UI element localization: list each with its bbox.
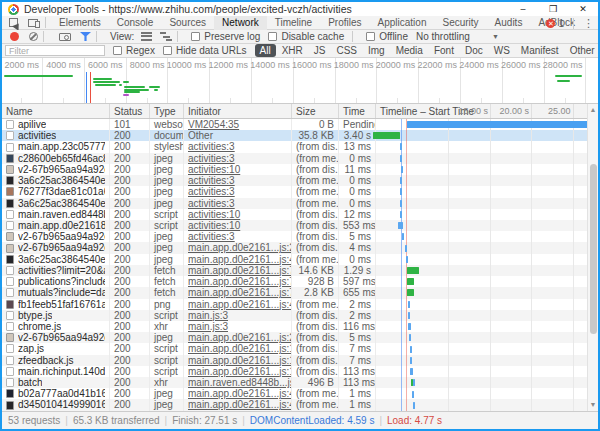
tab-console[interactable]: Console xyxy=(109,16,162,30)
column-header-time[interactable]: Time xyxy=(339,104,376,118)
offline-checkbox[interactable] xyxy=(366,32,375,41)
table-row[interactable]: btype.js200scriptmain.js:3(from dis...2 … xyxy=(2,310,588,321)
initiator-link[interactable]: activities:3 xyxy=(188,175,235,186)
initiator-link[interactable]: activities:10 xyxy=(188,164,240,175)
column-header-name[interactable]: Name xyxy=(2,104,110,118)
initiator-link[interactable]: activities:3 xyxy=(188,186,235,197)
initiator-link[interactable]: activities:10 xyxy=(188,220,240,231)
table-row[interactable]: fb1feeb51faf16761ac4c0b09b...200pngmain.… xyxy=(2,299,588,310)
initiator-link[interactable]: main.app.d0e2161...js:4 xyxy=(188,254,292,265)
table-row[interactable]: main.app.23c057772678e040e...200styleshe… xyxy=(2,141,588,152)
table-row[interactable]: v2-67b965aa94a92ed49b1a42...200jpegmain.… xyxy=(2,242,588,253)
tab-timeline[interactable]: Timeline xyxy=(267,16,320,30)
initiator-link[interactable]: activities:3 xyxy=(188,141,235,152)
clear-icon[interactable] xyxy=(29,32,38,41)
tab-security[interactable]: Security xyxy=(434,16,486,30)
record-icon[interactable] xyxy=(10,32,19,41)
table-row[interactable]: main.app.d0e21618e776ff3e8...200scriptac… xyxy=(2,220,588,231)
scroll-up-icon[interactable]: ▲ xyxy=(588,104,598,116)
table-row[interactable]: c28600eb65fd46ac8684d6a69...200jpegactiv… xyxy=(2,153,588,164)
more-options-icon[interactable]: ⋮ xyxy=(583,17,594,30)
table-row[interactable]: main.richinput.140da09f67a61...200script… xyxy=(2,366,588,377)
initiator-link[interactable]: main.app.d0e2161...js:23 xyxy=(188,242,292,253)
initiator-link[interactable]: main.app.d0e2161...js:7 xyxy=(188,265,292,276)
initiator-link[interactable]: main.app.d0e2161...js:4 xyxy=(188,388,292,399)
scrollbar-thumb[interactable] xyxy=(590,164,597,334)
table-row[interactable]: 76277f3dae81c01a6c9e9eded...200jpegactiv… xyxy=(2,186,588,197)
table-row[interactable]: activities?limit=20&after_id=1...200fetc… xyxy=(2,265,588,276)
disable-cache-checkbox[interactable] xyxy=(268,32,277,41)
initiator-link[interactable]: activities:3 xyxy=(188,231,235,242)
tab-audits[interactable]: Audits xyxy=(487,16,531,30)
initiator-link[interactable]: main.js:3 xyxy=(188,310,228,321)
throttling-select[interactable]: No throttling xyxy=(416,31,470,42)
hide-data-urls-checkbox[interactable] xyxy=(163,46,172,55)
initiator-link[interactable]: main.raven.ed8448b...js:1 xyxy=(188,377,292,388)
column-header-size[interactable]: Size xyxy=(292,104,339,118)
initiator-link[interactable]: activities:3 xyxy=(188,198,235,209)
filter-type-manifest[interactable]: Manifest xyxy=(516,44,564,57)
table-row[interactable]: v2-67b965aa94a92ed49b1a42...200jpegactiv… xyxy=(2,231,588,242)
filter-type-other[interactable]: Other xyxy=(565,44,600,57)
filter-type-doc[interactable]: Doc xyxy=(460,44,488,57)
initiator-link[interactable]: activities:3 xyxy=(188,153,235,164)
table-row[interactable]: activities200documentOther35.8 KB3.40 s xyxy=(2,130,588,141)
filter-type-css[interactable]: CSS xyxy=(331,44,362,57)
tab-sources[interactable]: Sources xyxy=(161,16,214,30)
timeline-overview[interactable]: 2000 ms4000 ms6000 ms8000 ms10000 ms1200… xyxy=(2,58,598,104)
table-row[interactable]: 3a6c25ac3864540e80cdef9bc...200jpegactiv… xyxy=(2,198,588,209)
preserve-log-checkbox[interactable] xyxy=(191,32,200,41)
filter-type-js[interactable]: JS xyxy=(309,44,331,57)
filter-type-media[interactable]: Media xyxy=(391,44,428,57)
inspect-element-icon[interactable] xyxy=(9,18,21,28)
table-row[interactable]: 3a6c25ac3864540e80cdef9bc...200jpegactiv… xyxy=(2,175,588,186)
initiator-link[interactable]: main.app.d0e2161...js:14 xyxy=(188,355,292,366)
vertical-scrollbar[interactable]: ▲ ▼ xyxy=(587,104,598,411)
filter-type-ws[interactable]: WS xyxy=(489,44,515,57)
table-row[interactable]: apilive101websocketVM2054:350 BPending xyxy=(2,119,588,130)
filter-type-xhr[interactable]: XHR xyxy=(277,44,308,57)
table-row[interactable]: b02a777aa0d41b167472639b...200jpegmain.a… xyxy=(2,388,588,399)
filter-funnel-icon[interactable] xyxy=(80,32,91,41)
table-row[interactable]: batch200xhrmain.raven.ed8448b...js:1496 … xyxy=(2,377,588,388)
table-row[interactable]: chrome.js200xhrmain.js:3(from dis...116 … xyxy=(2,321,588,332)
initiator-link[interactable]: main.app.d0e2161...js:4 xyxy=(188,299,292,310)
initiator-link[interactable]: main.app.d0e2161...js:4 xyxy=(188,399,292,410)
list-view-icon[interactable] xyxy=(141,32,152,41)
initiator-link[interactable]: main.app.d0e2161...js:1 xyxy=(188,366,292,377)
regex-checkbox[interactable] xyxy=(113,46,122,55)
device-toolbar-icon[interactable] xyxy=(28,18,40,28)
tab-profiles[interactable]: Profiles xyxy=(320,16,369,30)
waterfall-view-icon[interactable] xyxy=(160,32,172,41)
screenshot-camera-icon[interactable] xyxy=(59,33,71,41)
initiator-link[interactable]: main.app.d0e2161...js:14 xyxy=(188,343,292,354)
scroll-down-icon[interactable]: ▼ xyxy=(588,399,598,411)
initiator-link[interactable]: main.js:3 xyxy=(188,321,228,332)
initiator-link[interactable]: VM2054:35 xyxy=(188,119,239,130)
filter-input[interactable] xyxy=(5,45,105,56)
column-header-status[interactable]: Status xyxy=(110,104,150,118)
initiator-link[interactable]: main.app.d0e2161...js:7 xyxy=(188,287,292,298)
table-row[interactable]: zfeedback.js200scriptmain.app.d0e2161...… xyxy=(2,355,588,366)
tab-network[interactable]: Network xyxy=(214,16,267,30)
table-row[interactable]: zap.js200scriptmain.app.d0e2161...js:14(… xyxy=(2,343,588,354)
table-row[interactable]: publications?include=data%5...200fetchma… xyxy=(2,276,588,287)
table-row[interactable]: v2-67b965aa94a92ed49b1a42...200jpegmain.… xyxy=(2,332,588,343)
tab-elements[interactable]: Elements xyxy=(51,16,109,30)
initiator-link[interactable]: main.app.d0e2161...js:28 xyxy=(188,332,292,343)
filter-type-all[interactable]: All xyxy=(255,44,276,57)
filter-type-img[interactable]: Img xyxy=(363,44,390,57)
column-header-initiator[interactable]: Initiator xyxy=(184,104,292,118)
table-row[interactable]: mutuals?include=data%5B*%...200fetchmain… xyxy=(2,287,588,298)
table-row[interactable]: main.raven.ed8448ba88f968aa...200scripta… xyxy=(2,209,588,220)
chevron-down-icon[interactable]: ▼ xyxy=(492,33,499,40)
initiator-link[interactable]: activities:10 xyxy=(188,209,240,220)
table-row[interactable]: d345010414999016b1da2d20f...200jpegmain.… xyxy=(2,399,588,410)
table-row[interactable]: 3a6c25ac3864540e80cdef9bc...200jpegmain.… xyxy=(2,254,588,265)
initiator-link[interactable]: main.app.d0e2161...js:7 xyxy=(188,276,292,287)
filter-type-font[interactable]: Font xyxy=(429,44,459,57)
column-header-type[interactable]: Type xyxy=(150,104,184,118)
tab-application[interactable]: Application xyxy=(370,16,435,30)
error-badge-icon[interactable]: ✕ xyxy=(546,19,555,28)
table-row[interactable]: v2-67b965aa94a92ed49b1a42...200jpegactiv… xyxy=(2,164,588,175)
